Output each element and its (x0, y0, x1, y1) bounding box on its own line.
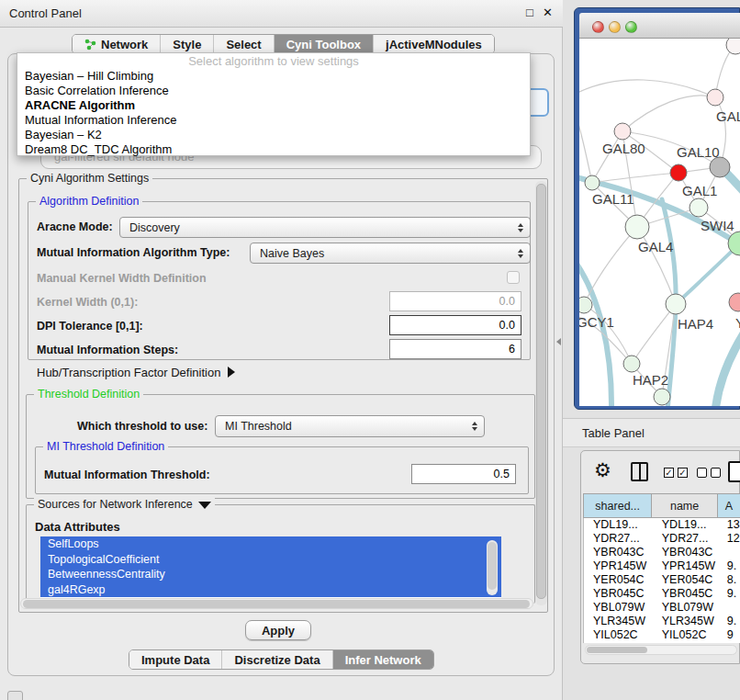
table-row[interactable]: YER054CYER054C8. (584, 573, 740, 587)
dpi-tolerance-field[interactable]: 0.0 (389, 315, 521, 335)
table-row[interactable]: YDR27...YDR27...12 (584, 532, 740, 546)
select-all-checkbox2-icon[interactable]: ✓ (678, 468, 688, 478)
kernel-width-field[interactable]: 0.0 (389, 291, 521, 311)
tab-label: Select (226, 38, 261, 51)
dpi-tolerance-value: 0.0 (499, 319, 515, 332)
network-node-hap4[interactable] (666, 294, 686, 314)
attribute-item-betweennesscentrality[interactable]: BetweennessCentrality (40, 567, 501, 582)
table-row[interactable]: YLR345WYLR345W9. (584, 615, 740, 628)
table-cell (718, 601, 740, 615)
float-window-icon[interactable]: □ (526, 6, 533, 19)
traffic-light-close-icon[interactable] (592, 21, 604, 33)
attribute-item-gal4rgexp[interactable]: gal4RGexp (40, 582, 501, 598)
table-cell: 9. (718, 587, 740, 601)
tab-cyni-toolbox[interactable]: Cyni Toolbox (275, 35, 374, 53)
table-cell: YDR27... (653, 532, 718, 546)
network-node-gal80[interactable] (614, 123, 631, 140)
table-panel-bar: Table Panel (563, 418, 740, 447)
network-edge (715, 331, 740, 406)
tab-select[interactable]: Select (214, 35, 274, 53)
algorithm-definition-legend: Algorithm Definition (36, 195, 142, 208)
dropdown-item-mutual-information-inference[interactable]: Mutual Information Inference (17, 113, 530, 128)
attributes-list-scrollbar-thumb[interactable] (488, 542, 497, 590)
traffic-light-zoom-icon[interactable] (625, 21, 637, 33)
close-panel-icon[interactable]: ✕ (543, 6, 553, 19)
network-edge (592, 131, 622, 183)
manual-kernel-width-checkbox[interactable] (507, 271, 520, 284)
network-node[interactable] (654, 389, 670, 405)
table-horizontal-scrollbar[interactable] (585, 645, 737, 655)
network-node-gal1[interactable] (690, 198, 708, 217)
dropdown-item-bayesian-k2[interactable]: Bayesian – K2 (17, 128, 530, 142)
export-table-icon[interactable] (728, 461, 740, 482)
mi-algorithm-type-combobox[interactable]: Naive Bayes (250, 243, 531, 264)
network-window-titlebar[interactable] (579, 13, 740, 39)
table-panel-window: ⚙ ✓ ✓ shared...nameA YDL19...YDL19...13Y… (580, 450, 740, 664)
table-row[interactable]: YBL079WYBL079W (584, 601, 740, 615)
table-options-gear-icon[interactable]: ⚙ (594, 459, 611, 481)
traffic-light-minimize-icon[interactable] (609, 21, 621, 33)
mi-steps-label: Mutual Information Steps: (37, 344, 178, 356)
aracne-mode-combobox[interactable]: Discovery (119, 217, 531, 238)
mi-threshold-field[interactable]: 0.5 (411, 464, 516, 484)
tab-infer-network[interactable]: Infer Network (333, 650, 433, 669)
mi-threshold-value: 0.5 (494, 468, 510, 480)
which-threshold-combobox[interactable]: MI Threshold (215, 415, 485, 437)
table-row[interactable]: YDL19...YDL19...13 (584, 518, 740, 532)
column-header-a[interactable]: A (718, 493, 740, 518)
apply-button[interactable]: Apply (245, 620, 311, 640)
column-header-shared[interactable]: shared... (583, 493, 652, 518)
dock-corner-icon[interactable] (7, 691, 23, 700)
network-node[interactable] (670, 164, 687, 181)
table-header: shared...nameA (583, 493, 740, 518)
settings-vertical-scrollbar-thumb[interactable] (536, 184, 546, 599)
network-canvas[interactable]: GALGAL80GAL10GAL1GAL11GAL4SWI4GCY1HAP4YH… (579, 39, 740, 406)
dropdown-item-dream8-dc-tdc-algorithm[interactable]: Dream8 DC_TDC Algorithm (17, 142, 530, 157)
settings-horizontal-scrollbar[interactable] (20, 598, 533, 609)
attributes-list-scrollbar[interactable] (487, 540, 498, 595)
tab-jactivemnodules[interactable]: jActiveMNodules (374, 35, 494, 53)
splitter-collapse-icon[interactable] (556, 338, 561, 345)
sources-legend[interactable]: Sources for Network Inference (34, 498, 215, 511)
dropdown-item-aracne-algorithm[interactable]: ARACNE Algorithm (17, 98, 530, 113)
network-node-hap2[interactable] (623, 356, 640, 372)
table-row[interactable]: YPR145WYPR145W9. (584, 559, 740, 573)
network-node-y[interactable] (729, 293, 740, 311)
node-label-gal: GAL (716, 108, 740, 124)
network-node-gal[interactable] (707, 89, 723, 106)
dropdown-item-basic-correlation-inference[interactable]: Basic Correlation Inference (17, 84, 530, 98)
attribute-item-topologicalcoefficient[interactable]: TopologicalCoefficient (40, 552, 501, 568)
mi-steps-field[interactable]: 6 (389, 339, 521, 359)
settings-vertical-scrollbar[interactable] (535, 181, 547, 605)
network-node[interactable] (726, 39, 740, 54)
column-header-name[interactable]: name (652, 493, 717, 518)
tab-style[interactable]: Style (161, 35, 214, 53)
table-horizontal-scrollbar-thumb[interactable] (587, 647, 647, 653)
kernel-width-value: 0.0 (499, 295, 515, 308)
hub-definition-expander[interactable]: Hub/Transcription Factor Definition (37, 366, 235, 379)
tab-impute-data[interactable]: Impute Data (129, 650, 222, 669)
network-edge (579, 257, 611, 406)
table-cell: YER054C (653, 573, 718, 587)
settings-horizontal-scrollbar-thumb[interactable] (23, 600, 530, 608)
network-node-gal4[interactable] (625, 215, 649, 239)
screen: Control Panel □ ✕ NetworkStyleSelectCyni… (0, 0, 740, 700)
deselect-all-checkbox-icon[interactable] (697, 468, 707, 478)
network-node-gal11[interactable] (585, 175, 600, 190)
table-cell: 8. (718, 573, 740, 587)
show-columns-icon[interactable] (631, 462, 648, 481)
network-node-gcy1[interactable] (579, 297, 592, 313)
table-row[interactable]: YIL052CYIL052C9 (584, 628, 740, 642)
deselect-all-checkbox2-icon[interactable] (711, 468, 721, 478)
table-row[interactable]: YBR045CYBR045C9. (584, 587, 740, 601)
tab-network[interactable]: Network (73, 35, 161, 53)
network-node-gal10[interactable] (710, 157, 730, 177)
dropdown-item-bayesian-hill-climbing[interactable]: Bayesian – Hill Climbing (17, 69, 530, 84)
table-row[interactable]: YBR043CYBR043C (584, 546, 740, 559)
select-all-checkbox-icon[interactable]: ✓ (664, 468, 674, 478)
threshold-definition-legend: Threshold Definition (34, 388, 143, 401)
tab-discretize-data[interactable]: Discretize Data (222, 650, 332, 669)
network-edge (592, 173, 678, 183)
attribute-item-selfloops[interactable]: SelfLoops (40, 536, 501, 552)
table-cell: YBR045C (653, 587, 718, 601)
